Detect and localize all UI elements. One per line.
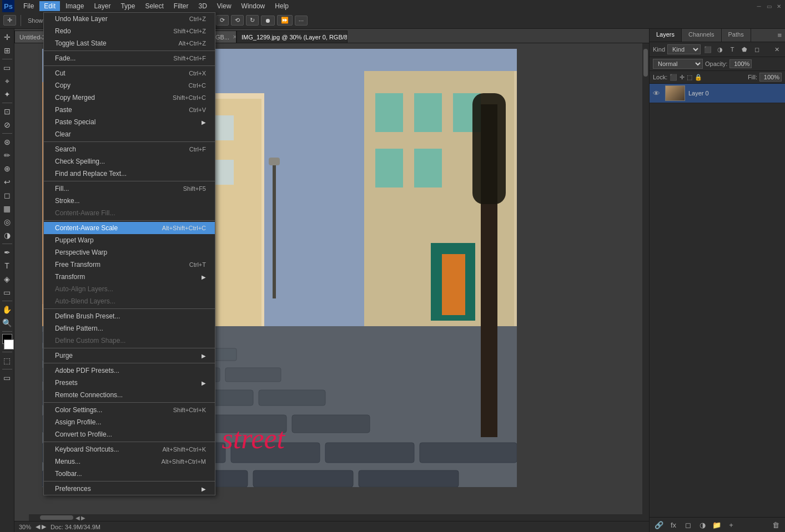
menu-file[interactable]: File [19, 1, 38, 11]
eraser-tool[interactable]: ◻ [1, 189, 13, 201]
layer-visibility-icon[interactable]: 👁 [653, 89, 662, 98]
menu-keyboard-shortcuts[interactable]: Keyboard Shortcuts... Alt+Shift+Ctrl+K [44, 443, 215, 455]
crop-tool[interactable]: ⊡ [1, 105, 13, 118]
shape-tool[interactable]: ▭ [1, 286, 13, 298]
pixel-filter-icon[interactable]: ⬛ [703, 44, 713, 54]
menu-clear[interactable]: Clear [44, 128, 215, 140]
move-tool[interactable]: ✛ [1, 31, 13, 43]
type-filter-icon[interactable]: T [727, 44, 737, 54]
menu-copy-merged[interactable]: Copy Merged Shift+Ctrl+C [44, 92, 215, 104]
add-adjustment-button[interactable]: ◑ [696, 520, 708, 530]
menu-stroke[interactable]: Stroke... [44, 195, 215, 207]
panel-menu-button[interactable]: ≡ [774, 29, 785, 42]
menu-redo[interactable]: Redo Shift+Ctrl+Z [44, 25, 215, 37]
menu-undo-make-layer[interactable]: Undo Make Layer Ctrl+Z [44, 13, 215, 25]
3d-btn4[interactable]: ⏺ [261, 16, 275, 26]
minimize-button[interactable]: ─ [755, 2, 763, 10]
menu-image[interactable]: Image [61, 1, 88, 11]
vertical-scrollbar[interactable] [642, 43, 649, 514]
add-mask-button[interactable]: ◻ [682, 520, 694, 530]
artboard-tool[interactable]: ⊞ [1, 44, 13, 57]
menu-menus[interactable]: Menus... Alt+Shift+Ctrl+M [44, 455, 215, 468]
menu-content-aware-scale[interactable]: Content-Aware Scale Alt+Shift+Ctrl+C [44, 222, 215, 234]
pen-tool[interactable]: ✒ [1, 246, 13, 259]
menu-assign-profile[interactable]: Assign Profile... [44, 416, 215, 428]
blend-mode-select[interactable]: Normal Multiply Screen [653, 59, 703, 69]
smart-filter-icon[interactable]: ◻ [752, 44, 762, 54]
menu-transform[interactable]: Transform ▶ [44, 271, 215, 283]
shape-filter-icon[interactable]: ⬟ [739, 44, 749, 54]
kind-select[interactable]: Kind [667, 44, 701, 54]
menu-preferences[interactable]: Preferences ▶ [44, 483, 215, 495]
menu-presets[interactable]: Presets ▶ [44, 377, 215, 389]
menu-adobe-pdf-presets[interactable]: Adobe PDF Presets... [44, 364, 215, 377]
quick-mask-button[interactable]: ⬚ [1, 354, 13, 367]
menu-color-settings[interactable]: Color Settings... Shift+Ctrl+K [44, 404, 215, 416]
adjustment-filter-icon[interactable]: ◑ [715, 44, 725, 54]
menu-fade[interactable]: Fade... Shift+Ctrl+F [44, 52, 215, 64]
menu-convert-to-profile[interactable]: Convert to Profile... [44, 428, 215, 440]
history-brush-tool[interactable]: ↩ [1, 176, 13, 188]
menu-select[interactable]: Select [140, 1, 168, 11]
gradient-tool[interactable]: ▦ [1, 202, 13, 215]
add-style-button[interactable]: fx [667, 520, 680, 530]
menu-3d[interactable]: 3D [194, 1, 211, 11]
lock-all-icon[interactable]: 🔒 [695, 74, 702, 81]
close-button[interactable]: ✕ [775, 2, 783, 10]
menu-remote-connections[interactable]: Remote Connections... [44, 389, 215, 401]
quick-select-tool[interactable]: ✦ [1, 88, 13, 100]
screen-mode-button[interactable]: ▭ [1, 372, 13, 384]
horizontal-scrollbar[interactable]: ◀ ▶ [29, 514, 649, 521]
menu-copy[interactable]: Copy Ctrl+C [44, 79, 215, 92]
layer-item[interactable]: 👁 Layer 0 [650, 84, 785, 103]
lock-position-icon[interactable]: ✛ [680, 74, 685, 81]
menu-define-brush[interactable]: Define Brush Preset... [44, 310, 215, 322]
blur-tool[interactable]: ◎ [1, 216, 13, 228]
menu-check-spelling[interactable]: Check Spelling... [44, 155, 215, 168]
text-tool[interactable]: T [1, 260, 13, 272]
healing-brush-tool[interactable]: ⊛ [1, 136, 13, 148]
menu-edit[interactable]: Edit [39, 1, 60, 11]
tab-layers[interactable]: Layers [650, 29, 682, 42]
menu-help[interactable]: Help [270, 1, 293, 11]
tab-paths[interactable]: Paths [722, 29, 751, 42]
menu-search[interactable]: Search Ctrl+F [44, 143, 215, 155]
menu-view[interactable]: View [213, 1, 236, 11]
menu-toolbar[interactable]: Toolbar... [44, 468, 215, 480]
menu-define-pattern[interactable]: Define Pattern... [44, 322, 215, 335]
close-tab-untitled3[interactable]: ✕ [233, 34, 236, 40]
clone-stamp-tool[interactable]: ⊕ [1, 163, 13, 175]
background-color[interactable] [4, 340, 14, 349]
layer-filter-more[interactable]: ✕ [772, 44, 782, 54]
marquee-tool[interactable]: ▭ [1, 62, 13, 74]
menu-toggle-last-state[interactable]: Toggle Last State Alt+Ctrl+Z [44, 37, 215, 49]
eyedropper-tool[interactable]: ⊘ [1, 119, 13, 131]
more-options-button[interactable]: ··· [295, 16, 308, 26]
menu-perspective-warp[interactable]: Perspective Warp [44, 246, 215, 259]
link-layers-button[interactable]: 🔗 [653, 520, 665, 530]
brush-tool[interactable]: ✏ [1, 149, 13, 161]
path-select-tool[interactable]: ◈ [1, 273, 13, 285]
create-group-button[interactable]: 📁 [711, 520, 723, 530]
menu-puppet-warp[interactable]: Puppet Warp [44, 234, 215, 246]
zoom-tool[interactable]: 🔍 [1, 317, 13, 329]
fill-input[interactable] [759, 73, 782, 82]
opacity-input[interactable] [729, 59, 752, 68]
create-layer-button[interactable]: + [725, 520, 737, 530]
menu-window[interactable]: Window [237, 1, 270, 11]
menu-layer[interactable]: Layer [89, 1, 115, 11]
horizontal-scrollbar-thumb[interactable] [40, 515, 73, 520]
3d-btn5[interactable]: ⏩ [277, 15, 293, 26]
menu-type[interactable]: Type [116, 1, 139, 11]
menu-free-transform[interactable]: Free Transform Ctrl+T [44, 259, 215, 271]
menu-paste[interactable]: Paste Ctrl+V [44, 104, 215, 116]
lasso-tool[interactable]: ⌖ [1, 75, 13, 87]
menu-cut[interactable]: Cut Ctrl+X [44, 67, 215, 79]
lock-artboard-icon[interactable]: ⬚ [687, 74, 692, 81]
tab-img1299[interactable]: IMG_1299.jpg @ 30% (Layer 0, RGB/8#) ✕ [236, 31, 348, 43]
menu-paste-special[interactable]: Paste Special ▶ [44, 116, 215, 128]
move-icon[interactable]: ✛ [3, 15, 16, 26]
vertical-scrollbar-thumb[interactable] [643, 49, 648, 77]
menu-fill[interactable]: Fill... Shift+F5 [44, 183, 215, 195]
hand-tool[interactable]: ✋ [1, 303, 13, 316]
